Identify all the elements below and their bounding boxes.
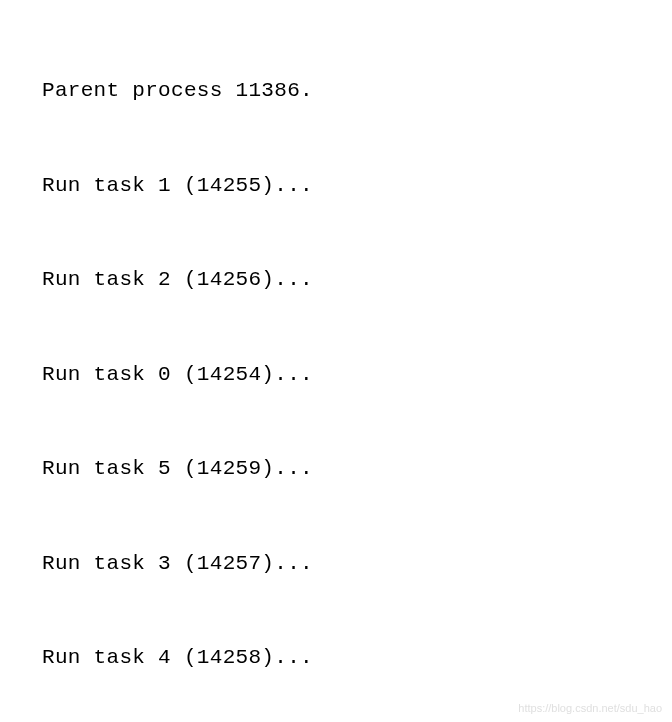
output-line: Run task 3 (14257)... bbox=[42, 548, 664, 580]
output-line: Run task 1 (14255)... bbox=[42, 170, 664, 202]
output-line: Run task 2 (14256)... bbox=[42, 264, 664, 296]
output-line: Run task 5 (14259)... bbox=[42, 453, 664, 485]
watermark-text: https://blog.csdn.net/sdu_hao bbox=[518, 700, 662, 717]
output-line: Run task 0 (14254)... bbox=[42, 359, 664, 391]
output-line: Run task 4 (14258)... bbox=[42, 642, 664, 674]
output-line: Parent process 11386. bbox=[42, 75, 664, 107]
terminal-output: Parent process 11386. Run task 1 (14255)… bbox=[42, 12, 664, 722]
